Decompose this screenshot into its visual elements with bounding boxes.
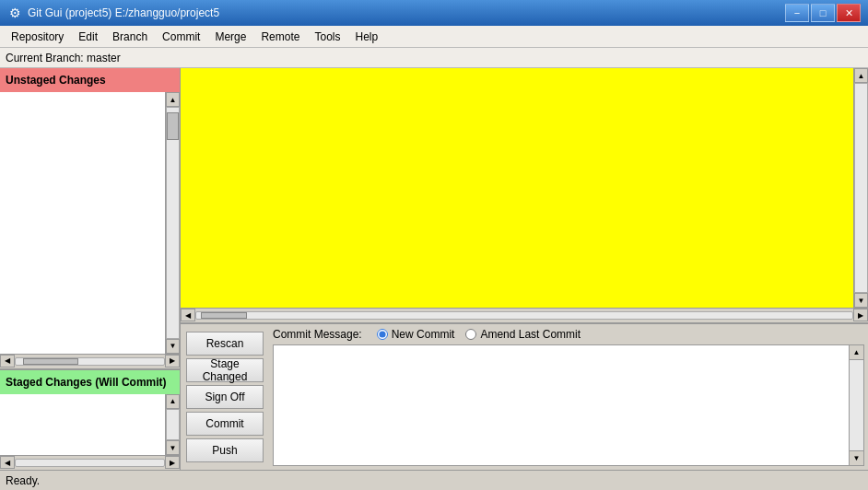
unstaged-list-area: ▲ ▼ [0,92,180,354]
unstaged-hscroll[interactable]: ◀ ▶ [0,354,180,368]
unstaged-scroll-track[interactable] [166,107,180,339]
staged-hscroll-right[interactable]: ▶ [165,456,180,469]
amend-commit-label: Amend Last Commit [480,328,581,341]
menu-branch[interactable]: Branch [105,26,155,47]
diff-hscroll-thumb[interactable] [201,312,247,319]
commit-message-label: Commit Message: [273,328,362,341]
commit-textarea-vscroll[interactable]: ▲ ▼ [850,344,864,466]
diff-content[interactable] [181,68,853,308]
status-bar: Ready. [0,470,868,490]
diff-hscroll-left[interactable]: ◀ [181,309,195,321]
menu-edit[interactable]: Edit [71,26,105,47]
unstaged-scroll-down[interactable]: ▼ [166,339,180,354]
diff-vscrollbar[interactable]: ▲ ▼ [853,68,868,308]
menu-remote[interactable]: Remote [253,26,307,47]
diff-area: ▲ ▼ [181,68,868,308]
diff-hscroll[interactable]: ◀ ▶ [181,308,868,322]
title-bar-text: Git Gui (project5) E:/zhangguo/project5 [28,6,219,19]
commit-scroll-down[interactable]: ▼ [850,450,863,465]
diff-scroll-track[interactable] [854,83,868,293]
diff-hscroll-right[interactable]: ▶ [853,309,868,321]
radio-group: New Commit Amend Last Commit [377,328,581,341]
unstaged-hscroll-track[interactable] [15,357,165,366]
unstaged-vscrollbar[interactable]: ▲ ▼ [165,92,180,354]
commit-message-header: Commit Message: New Commit Amend Last Co… [273,328,864,341]
diff-hscroll-track[interactable] [195,311,853,320]
staged-scroll-up[interactable]: ▲ [166,394,180,409]
left-panel: Unstaged Changes ▲ ▼ ◀ ▶ [0,68,181,470]
unstaged-hscroll-right[interactable]: ▶ [165,355,180,368]
staged-list-area: ▲ ▼ [0,394,180,456]
branch-text: Current Branch: master [6,52,121,64]
diff-scroll-down[interactable]: ▼ [854,293,868,308]
sign-off-button[interactable]: Sign Off [186,385,264,409]
staged-file-list[interactable] [0,394,165,456]
app-icon: ⚙ [7,6,22,20]
commit-scroll-track[interactable] [850,360,863,450]
maximize-button[interactable]: □ [811,4,835,22]
staged-section: Staged Changes (Will Commit) ▲ ▼ ◀ ▶ [0,368,180,471]
unstaged-scroll-thumb[interactable] [167,112,179,140]
unstaged-hscroll-thumb[interactable] [23,358,78,365]
commit-message-area: Commit Message: New Commit Amend Last Co… [269,324,868,470]
staged-hscroll[interactable]: ◀ ▶ [0,455,180,470]
window-controls: − □ ✕ [785,4,861,22]
commit-area: Rescan Stage Changed Sign Off Commit Pus… [181,322,868,470]
main-content: Unstaged Changes ▲ ▼ ◀ ▶ [0,68,868,470]
commit-button[interactable]: Commit [186,412,264,436]
stage-changed-button[interactable]: Stage Changed [186,358,264,382]
close-button[interactable]: ✕ [837,4,861,22]
commit-buttons: Rescan Stage Changed Sign Off Commit Pus… [181,324,269,470]
rescan-button[interactable]: Rescan [186,332,264,356]
unstaged-header: Unstaged Changes [0,68,180,92]
menu-merge[interactable]: Merge [207,26,253,47]
staged-scroll-down[interactable]: ▼ [166,440,180,455]
branch-bar: Current Branch: master [0,48,868,68]
right-panel: ▲ ▼ ◀ ▶ Rescan Stage Changed Sign Off Co… [181,68,868,470]
commit-text-wrap: ▲ ▼ [273,344,864,466]
new-commit-label: New Commit [392,328,455,341]
staged-hscroll-left[interactable]: ◀ [0,456,15,469]
amend-commit-radio[interactable] [465,329,476,340]
push-button[interactable]: Push [186,438,264,462]
staged-hscroll-track[interactable] [15,459,165,467]
staged-vscrollbar[interactable]: ▲ ▼ [165,394,180,456]
menu-tools[interactable]: Tools [307,26,347,47]
commit-scroll-up[interactable]: ▲ [850,345,863,360]
unstaged-section: Unstaged Changes ▲ ▼ ◀ ▶ [0,68,180,368]
menu-repository[interactable]: Repository [4,26,71,47]
menu-commit[interactable]: Commit [155,26,207,47]
menu-help[interactable]: Help [347,26,385,47]
unstaged-file-list[interactable] [0,92,165,354]
new-commit-option[interactable]: New Commit [377,328,455,341]
commit-textarea[interactable] [273,344,850,466]
amend-commit-option[interactable]: Amend Last Commit [465,328,581,341]
diff-scroll-up[interactable]: ▲ [854,68,868,83]
title-bar: ⚙ Git Gui (project5) E:/zhangguo/project… [0,0,868,26]
unstaged-scroll-up[interactable]: ▲ [166,92,180,107]
staged-header: Staged Changes (Will Commit) [0,370,180,394]
unstaged-hscroll-left[interactable]: ◀ [0,355,15,368]
staged-scroll-track[interactable] [166,409,180,441]
minimize-button[interactable]: − [785,4,809,22]
new-commit-radio[interactable] [377,329,388,340]
status-text: Ready. [6,474,40,487]
menu-bar: Repository Edit Branch Commit Merge Remo… [0,26,868,48]
